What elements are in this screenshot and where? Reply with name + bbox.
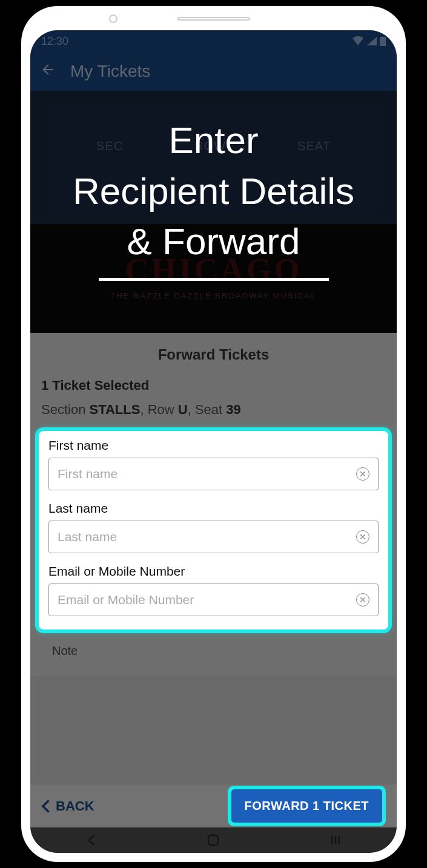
bottom-bar: BACK FORWARD 1 TICKET [30, 784, 397, 827]
contact-input[interactable] [58, 593, 356, 607]
last-name-input[interactable] [58, 530, 356, 544]
panel-title: Forward Tickets [41, 346, 386, 363]
status-icons [352, 36, 386, 46]
row-label: ROW [194, 139, 226, 153]
screen: 12:30 My Tickets SEC ROW SEAT [30, 30, 397, 853]
signal-icon [366, 36, 377, 46]
seat-label: SEAT [297, 139, 331, 153]
battery-icon [380, 36, 386, 46]
phone-earpiece [177, 17, 250, 21]
android-nav-bar [30, 827, 397, 853]
seat-summary: Section STALLS, Row U, Seat 39 [41, 402, 386, 418]
recipient-form: First name ✕ Last name ✕ Email or Mobile… [35, 427, 392, 633]
clear-contact-icon[interactable]: ✕ [356, 593, 369, 607]
svg-rect-0 [380, 37, 386, 46]
contact-label: Email or Mobile Number [48, 564, 379, 579]
sec-label: SEC [96, 139, 123, 153]
first-name-label: First name [48, 438, 379, 453]
show-subtitle: THE RAZZLE DAZZLE BROADWAY MUSICAL [30, 291, 397, 300]
first-name-input[interactable] [58, 467, 356, 481]
svg-rect-1 [208, 835, 218, 845]
note-label: Note [41, 633, 386, 669]
nav-home-icon[interactable] [207, 833, 220, 847]
tickets-selected: 1 Ticket Selected [41, 378, 386, 393]
status-bar: 12:30 [30, 30, 397, 52]
show-title: CHICAGO [30, 251, 397, 289]
nav-back-icon[interactable] [85, 833, 98, 847]
page-title: My Tickets [70, 62, 150, 81]
nav-recents-icon[interactable] [329, 833, 342, 847]
chevron-left-icon [41, 800, 50, 813]
back-button[interactable]: BACK [41, 798, 94, 814]
phone-speaker-dot [109, 15, 118, 23]
show-artwork: CHICAGO THE RAZZLE DAZZLE BROADWAY MUSIC… [30, 224, 397, 333]
forward-ticket-button[interactable]: FORWARD 1 TICKET [231, 789, 382, 823]
clear-last-name-icon[interactable]: ✕ [356, 530, 369, 544]
back-arrow-icon[interactable] [40, 62, 56, 82]
status-time: 12:30 [41, 35, 68, 48]
phone-frame: 12:30 My Tickets SEC ROW SEAT [21, 6, 406, 862]
app-bar: My Tickets [30, 52, 397, 91]
ticket-card: SEC ROW SEAT [48, 103, 379, 212]
forward-button-highlight: FORWARD 1 TICKET [228, 786, 386, 826]
clear-first-name-icon[interactable]: ✕ [356, 467, 369, 481]
ticket-hero: SEC ROW SEAT CHICAGO THE RAZZLE DAZZLE B… [30, 91, 397, 333]
last-name-label: Last name [48, 501, 379, 516]
forward-panel: Forward Tickets 1 Ticket Selected Sectio… [30, 333, 397, 676]
wifi-icon [352, 36, 364, 46]
